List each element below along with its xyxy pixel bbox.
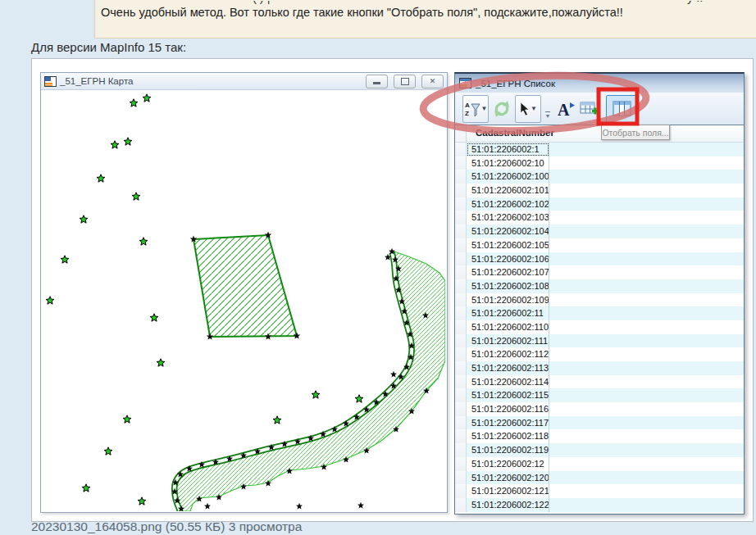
cell-cadastral-number[interactable]: 51:01:2206002:103 bbox=[467, 211, 549, 224]
table-row[interactable]: 51:01:2206002:12 bbox=[455, 457, 744, 471]
pick-fields-button[interactable] bbox=[606, 95, 638, 123]
cell-cadastral-number[interactable]: 51:01:2206002:112 bbox=[467, 347, 549, 361]
cell-cadastral-number[interactable]: 51:01:2206002:117 bbox=[467, 416, 549, 430]
cell-cadastral-number[interactable]: 51:01:2206002:119 bbox=[467, 443, 549, 457]
cell-cadastral-number[interactable]: 51:01:2206002:122 bbox=[467, 498, 549, 512]
row-selector-cell[interactable] bbox=[455, 347, 467, 361]
cell-cadastral-number[interactable]: 51:01:2206002:100 bbox=[467, 170, 549, 184]
cell-cadastral-number[interactable]: 51:01:2206002:113 bbox=[467, 361, 549, 375]
close-button[interactable]: ✕ bbox=[421, 75, 444, 88]
row-selector-cell[interactable] bbox=[455, 429, 467, 443]
cell-cadastral-number[interactable]: 51:01:2206002:107 bbox=[467, 265, 549, 279]
row-selector-cell[interactable] bbox=[455, 402, 467, 416]
cell-cadastral-number[interactable]: 51:01:2206002:106 bbox=[467, 252, 549, 266]
row-selector-cell[interactable] bbox=[455, 143, 467, 156]
maximize-button[interactable] bbox=[394, 75, 416, 88]
cell-cadastral-number[interactable]: 51:01:2206002:104 bbox=[467, 224, 549, 238]
table-row[interactable]: 51:01:2206002:107 bbox=[455, 265, 744, 279]
cell-cadastral-number[interactable]: 51:01:2206002:1 bbox=[467, 143, 549, 156]
select-tool-button[interactable]: ▼ bbox=[515, 95, 541, 123]
row-selector-cell[interactable] bbox=[455, 484, 467, 498]
row-selector-cell[interactable] bbox=[455, 361, 467, 375]
row-selector-cell[interactable] bbox=[455, 184, 467, 197]
sort-filter-button[interactable]: A Z ▼ bbox=[462, 95, 489, 123]
row-filler bbox=[549, 334, 744, 348]
table-row[interactable]: 51:01:2206002:112 bbox=[455, 347, 744, 361]
table-row[interactable]: 51:01:2206002:103 bbox=[455, 211, 744, 224]
row-selector-cell[interactable] bbox=[455, 265, 467, 279]
cell-cadastral-number[interactable]: 51:01:2206002:120 bbox=[467, 471, 549, 485]
table-row[interactable]: 51:01:2206002:115 bbox=[455, 388, 744, 402]
table-row[interactable]: 51:01:2206002:114 bbox=[455, 375, 744, 389]
table-row[interactable]: 51:01:2206002:108 bbox=[455, 279, 744, 293]
table-row[interactable]: 51:01:2206002:111 bbox=[455, 334, 744, 348]
table-row[interactable]: 51:01:2206002:113 bbox=[455, 361, 744, 375]
table-row[interactable]: 51:01:2206002:117 bbox=[455, 416, 744, 430]
row-selector-cell[interactable] bbox=[455, 375, 467, 389]
row-selector-cell[interactable] bbox=[455, 293, 467, 307]
row-selector-header[interactable] bbox=[455, 125, 467, 142]
table-row[interactable]: 51:01:2206002:119 bbox=[455, 443, 744, 457]
refresh-button[interactable] bbox=[491, 96, 512, 122]
row-selector-cell[interactable] bbox=[455, 279, 467, 293]
table-row[interactable]: 51:01:2206002:100 bbox=[455, 170, 744, 184]
row-selector-cell[interactable] bbox=[455, 252, 467, 266]
cell-cadastral-number[interactable]: 51:01:2206002:108 bbox=[467, 279, 549, 293]
add-records-button[interactable] bbox=[578, 96, 601, 122]
browser-window-titlebar[interactable]: _51_ЕГРН Список bbox=[455, 74, 744, 93]
table-row[interactable]: 51:01:2206002:106 bbox=[455, 252, 744, 266]
table-row[interactable]: 51:01:2206002:120 bbox=[455, 471, 744, 485]
row-selector-cell[interactable] bbox=[455, 471, 467, 485]
text-style-button[interactable]: A bbox=[554, 96, 576, 122]
cell-cadastral-number[interactable]: 51:01:2206002:110 bbox=[467, 320, 549, 334]
cell-cadastral-number[interactable]: 51:01:2206002:102 bbox=[467, 197, 549, 211]
row-selector-cell[interactable] bbox=[455, 156, 467, 170]
column-header-cadastralnumber[interactable]: CadastralNumber bbox=[467, 125, 554, 142]
table-row[interactable]: 51:01:2206002:122 bbox=[455, 498, 744, 512]
row-selector-cell[interactable] bbox=[455, 443, 467, 457]
cell-cadastral-number[interactable]: 51:01:2206002:121 bbox=[467, 484, 549, 498]
table-row[interactable]: 51:01:2206002:109 bbox=[455, 293, 744, 307]
cell-cadastral-number[interactable]: 51:01:2206002:114 bbox=[467, 375, 549, 389]
row-selector-cell[interactable] bbox=[455, 170, 467, 184]
cell-cadastral-number[interactable]: 51:01:2206002:11 bbox=[467, 306, 549, 320]
table-row[interactable]: 51:01:2206002:121 bbox=[455, 484, 744, 498]
cell-cadastral-number[interactable]: 51:01:2206002:118 bbox=[467, 429, 549, 443]
row-selector-cell[interactable] bbox=[455, 224, 467, 238]
table-row[interactable]: 51:01:2206002:102 bbox=[455, 197, 744, 211]
cell-cadastral-number[interactable]: 51:01:2206002:12 bbox=[467, 457, 549, 471]
cell-cadastral-number[interactable]: 51:01:2206002:116 bbox=[467, 402, 549, 416]
attachment-link[interactable]: 20230130_164058.png (50.55 КБ) 3 просмот… bbox=[31, 519, 302, 534]
cell-cadastral-number[interactable]: 51:01:2206002:10 bbox=[467, 156, 549, 170]
table-row[interactable]: 51:01:2206002:104 bbox=[455, 224, 744, 238]
table-row[interactable]: 51:01:2206002:11 bbox=[455, 306, 744, 320]
row-selector-cell[interactable] bbox=[455, 211, 467, 224]
cell-cadastral-number[interactable]: 51:01:2206002:105 bbox=[467, 238, 549, 252]
row-selector-cell[interactable] bbox=[455, 334, 467, 348]
row-selector-cell[interactable] bbox=[455, 238, 467, 252]
row-selector-cell[interactable] bbox=[455, 457, 467, 471]
tree-marker-star bbox=[355, 395, 363, 402]
row-selector-cell[interactable] bbox=[455, 197, 467, 211]
map-window-titlebar[interactable]: _51_ЕГРН Карта ✕ bbox=[41, 73, 447, 90]
cell-cadastral-number[interactable]: 51:01:2206002:115 bbox=[467, 388, 549, 402]
table-row[interactable]: 51:01:2206002:10 bbox=[455, 156, 744, 170]
row-selector-cell[interactable] bbox=[455, 498, 467, 512]
cell-cadastral-number[interactable]: 51:01:2206002:111 bbox=[467, 334, 549, 348]
minimize-button[interactable] bbox=[366, 75, 388, 88]
table-row[interactable]: 51:01:2206002:118 bbox=[455, 429, 744, 443]
toolbar-overflow-button[interactable]: ▼ bbox=[544, 99, 551, 119]
table-row[interactable]: 51:01:2206002:105 bbox=[455, 238, 744, 252]
table-row[interactable]: 51:01:2206002:116 bbox=[455, 402, 744, 416]
row-selector-cell[interactable] bbox=[455, 388, 467, 402]
cell-cadastral-number[interactable]: 51:01:2206002:109 bbox=[467, 293, 549, 307]
row-filler bbox=[549, 170, 744, 184]
cell-cadastral-number[interactable]: 51:01:2206002:101 bbox=[467, 184, 549, 197]
table-row[interactable]: 51:01:2206002:1 bbox=[455, 143, 744, 156]
row-selector-cell[interactable] bbox=[455, 320, 467, 334]
row-selector-cell[interactable] bbox=[455, 416, 467, 430]
table-row[interactable]: 51:01:2206002:110 bbox=[455, 320, 744, 334]
map-canvas[interactable] bbox=[41, 90, 447, 511]
table-row[interactable]: 51:01:2206002:101 bbox=[455, 184, 744, 197]
row-selector-cell[interactable] bbox=[455, 306, 467, 320]
